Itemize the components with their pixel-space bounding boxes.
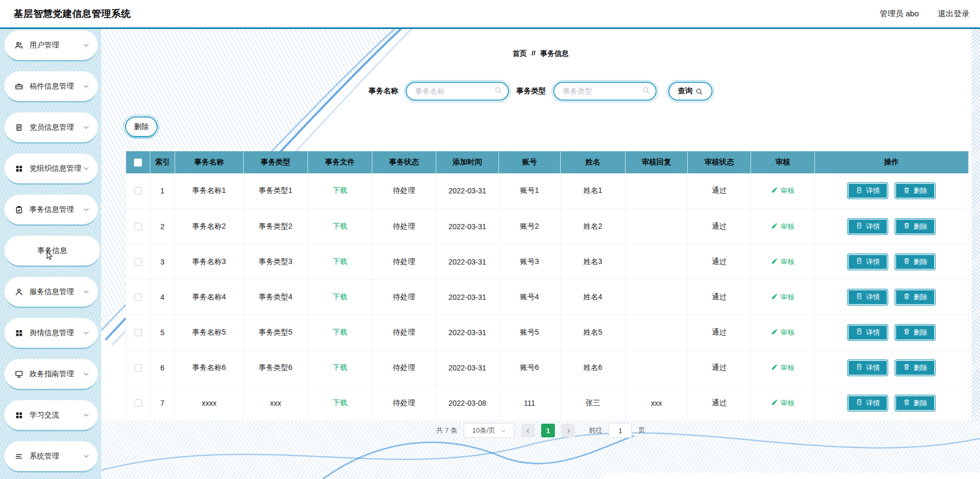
sidebar-item-label: 舆情信息管理 (30, 328, 83, 338)
sidebar-item-study-exchange[interactable]: 学习交流 (4, 400, 98, 430)
next-page-button[interactable] (561, 424, 575, 437)
download-link[interactable]: 下载 (333, 257, 348, 266)
chevron-down-icon (83, 288, 90, 296)
cell-name: xxxx (175, 385, 244, 421)
row-delete-button[interactable]: 删除 (895, 289, 936, 306)
detail-button[interactable]: 详情 (847, 253, 888, 270)
download-link[interactable]: 下载 (333, 222, 348, 230)
select-all-checkbox[interactable] (134, 159, 142, 167)
sidebar-item-party-org-info-management[interactable]: 党组织信息管理 (4, 153, 98, 183)
cell-audit-status: 通过 (688, 279, 751, 315)
page-size-select[interactable]: 10条/页 (464, 423, 515, 438)
detail-button[interactable]: 详情 (847, 395, 888, 412)
cell-account: 账号4 (499, 279, 561, 315)
download-link[interactable]: 下载 (333, 363, 348, 372)
detail-button[interactable]: 详情 (847, 182, 888, 199)
trash-icon (903, 363, 910, 372)
briefcase-icon (14, 82, 24, 91)
download-link[interactable]: 下载 (333, 328, 348, 336)
audit-link-label: 审核 (781, 292, 794, 302)
breadcrumb-separator: // (532, 49, 536, 58)
breadcrumb-home[interactable]: 首页 (513, 49, 527, 58)
goto-page-input[interactable] (609, 423, 632, 438)
detail-button[interactable]: 详情 (847, 218, 888, 235)
chevron-down-icon (83, 42, 90, 49)
row-delete-button[interactable]: 删除 (895, 218, 936, 235)
row-delete-button[interactable]: 删除 (895, 253, 936, 270)
delete-button-label: 删除 (914, 222, 927, 231)
cell-name: 事务名称3 (175, 244, 244, 279)
detail-button-label: 详情 (866, 292, 880, 302)
row-checkbox[interactable] (134, 364, 142, 372)
audit-link[interactable]: 审核 (771, 257, 794, 267)
audit-link[interactable]: 审核 (771, 328, 794, 337)
sidebar-item-gov-guide-management[interactable]: 政务指南管理 (4, 359, 98, 389)
audit-link[interactable]: 审核 (771, 186, 794, 195)
batch-delete-button[interactable]: 删除 (125, 116, 158, 137)
cell-audit-reply (626, 244, 688, 279)
detail-button[interactable]: 详情 (847, 289, 888, 306)
column-header: 事务名称 (175, 151, 244, 173)
sidebar-item-manuscript-info-management[interactable]: 稿件信息管理 (4, 71, 98, 101)
sidebar-item-service-info-management[interactable]: 服务信息管理 (4, 277, 98, 307)
sidebar-item-user-management[interactable]: 用户管理 (4, 30, 98, 60)
row-checkbox[interactable] (134, 399, 142, 407)
chevron-right-icon (565, 428, 571, 434)
cell-date: 2022-03-31 (436, 279, 499, 315)
download-link[interactable]: 下载 (333, 292, 348, 301)
prev-page-button[interactable] (521, 424, 535, 437)
sidebar-item-label: 事务信息管理 (30, 205, 83, 214)
grid-icon (14, 328, 24, 338)
page-size-value: 10条/页 (472, 426, 495, 435)
sidebar-item-transaction-info-management[interactable]: 事务信息管理 (4, 194, 98, 224)
pencil-icon (771, 222, 778, 231)
delete-button-label: 删除 (914, 257, 927, 267)
detail-button-label: 详情 (866, 398, 880, 408)
audit-link[interactable]: 审核 (771, 363, 794, 373)
table-row: 3事务名称3事务类型3下载待处理2022-03-31账号3姓名3通过审核详情删除 (126, 244, 968, 279)
column-header: 索引 (150, 151, 175, 173)
detail-button[interactable]: 详情 (847, 324, 888, 341)
row-delete-button[interactable]: 删除 (895, 359, 936, 376)
cell-name: 事务名称1 (175, 173, 244, 209)
chevron-down-icon (83, 370, 90, 378)
row-checkbox[interactable] (134, 329, 142, 336)
type-search-input[interactable] (554, 83, 656, 100)
row-delete-button[interactable]: 删除 (895, 395, 936, 412)
detail-icon (856, 187, 863, 195)
sidebar-subitem-label: 事务信息 (37, 246, 67, 256)
download-link[interactable]: 下载 (333, 186, 348, 194)
row-checkbox[interactable] (134, 258, 142, 266)
chevron-down-icon (83, 83, 90, 90)
detail-button[interactable]: 详情 (847, 359, 888, 376)
row-delete-button[interactable]: 删除 (895, 324, 936, 341)
audit-link[interactable]: 审核 (771, 398, 794, 408)
download-link[interactable]: 下载 (333, 398, 348, 407)
sidebar-item-system-management[interactable]: 系统管理 (4, 441, 98, 471)
trash-icon (903, 292, 910, 301)
cell-status: 待处理 (372, 385, 436, 421)
audit-link[interactable]: 审核 (771, 292, 794, 302)
row-delete-button[interactable]: 删除 (895, 182, 936, 199)
logout-link[interactable]: 退出登录 (938, 9, 969, 19)
name-search-input[interactable] (407, 83, 508, 100)
cell-name: 事务名称6 (175, 350, 244, 385)
row-checkbox[interactable] (134, 223, 142, 230)
trash-icon (903, 187, 910, 195)
row-checkbox[interactable] (134, 187, 142, 194)
row-checkbox[interactable] (134, 294, 142, 301)
current-user[interactable]: 管理员 abo (880, 9, 919, 19)
sidebar-subitem-transaction-info[interactable]: 事务信息 (4, 236, 100, 266)
current-page-button[interactable]: 1 (541, 424, 555, 437)
sidebar-item-party-member-info-management[interactable]: 党员信息管理 (4, 112, 98, 142)
cell-date: 2022-03-08 (436, 385, 499, 421)
column-header: 事务类型 (244, 151, 308, 173)
delete-button-label: 删除 (914, 363, 927, 373)
sidebar-item-opinion-info-management[interactable]: 舆情信息管理 (4, 318, 98, 348)
cell-realname: 姓名4 (561, 279, 626, 315)
pencil-icon (771, 364, 778, 372)
audit-link[interactable]: 审核 (771, 222, 794, 231)
query-button[interactable]: 查询 (668, 82, 713, 101)
column-header: 姓名 (561, 151, 626, 173)
cell-name: 事务名称2 (175, 209, 244, 244)
